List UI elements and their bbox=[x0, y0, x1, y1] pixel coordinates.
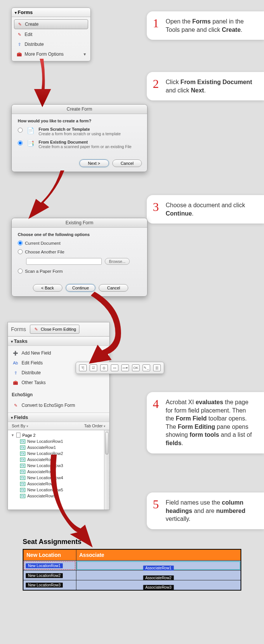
scrollbar-thumb[interactable] bbox=[105, 432, 109, 455]
scrollbar[interactable] bbox=[104, 430, 109, 510]
field-new-location-2[interactable]: New LocationRow2 bbox=[26, 573, 63, 578]
scratch-icon: 📄 bbox=[26, 127, 36, 134]
step-number: 4 bbox=[153, 396, 159, 412]
field-tree-item[interactable]: TXNew LocationRow5 bbox=[19, 487, 109, 493]
toolbox-icon: 🧰 bbox=[16, 51, 22, 57]
browse-button[interactable]: Browse... bbox=[105, 258, 130, 265]
step-number: 1 bbox=[153, 15, 159, 31]
task-add-new-field[interactable]: ➕Add New Field bbox=[9, 348, 108, 358]
radio-from-scratch[interactable] bbox=[18, 128, 23, 133]
button-tool-icon[interactable]: OK bbox=[132, 364, 140, 371]
next-button[interactable]: Next > bbox=[79, 159, 109, 167]
close-editing-icon: ✎ bbox=[33, 326, 39, 332]
back-button[interactable]: < Back bbox=[33, 284, 62, 292]
radio-from-existing[interactable] bbox=[18, 141, 23, 145]
distribute-icon: ⇪ bbox=[16, 41, 22, 47]
field-associate-2[interactable]: AssociateRow2 bbox=[143, 575, 174, 580]
field-tree-item[interactable]: TXAssociateRow5 bbox=[19, 493, 109, 499]
field-tree-item[interactable]: TXAssociateRow1 bbox=[19, 444, 109, 450]
cancel-button[interactable]: Cancel bbox=[99, 284, 128, 292]
create-icon: ✎ bbox=[17, 21, 23, 27]
table-row: New LocationRow3 AssociateRow3 bbox=[23, 580, 241, 590]
dialog-question: How would you like to create a form? bbox=[18, 119, 141, 123]
forms-item-create[interactable]: ✎ Create bbox=[14, 19, 88, 29]
add-field-icon: ➕ bbox=[12, 350, 19, 356]
col-new-location: New Location bbox=[23, 549, 76, 561]
file-path-input[interactable] bbox=[26, 258, 102, 265]
text-field-icon: TX bbox=[20, 464, 25, 468]
text-field-icon: TX bbox=[20, 452, 25, 456]
radio-current-document[interactable] bbox=[18, 241, 23, 245]
existing-icon: 📑 bbox=[26, 140, 36, 147]
echosign-icon: ✎ bbox=[12, 402, 19, 408]
continue-button[interactable]: Continue bbox=[66, 284, 95, 292]
tree-page-node[interactable]: ▼ Page 2 bbox=[8, 432, 109, 438]
field-tree-item[interactable]: TXNew LocationRow4 bbox=[19, 475, 109, 481]
checkbox-tool-icon[interactable]: ☑ bbox=[90, 364, 97, 371]
form-field-toolbar: T| ☑ ◎ ▭ ▭▾ OK ✎_ ||| bbox=[76, 362, 164, 374]
tree-toggle-icon[interactable]: ▼ bbox=[11, 433, 14, 437]
col-associate: Associate bbox=[76, 549, 241, 561]
sort-by-dropdown[interactable]: Sort By bbox=[12, 424, 28, 428]
field-tree-item[interactable]: TXNew LocationRow3 bbox=[19, 463, 109, 469]
text-field-icon: TX bbox=[20, 470, 25, 474]
radio-tool-icon[interactable]: ◎ bbox=[100, 364, 108, 371]
step-3-callout: 3 Choose a document and click Continue. bbox=[147, 195, 264, 224]
option-from-existing[interactable]: 📑 From Existing Document Create from a s… bbox=[18, 140, 141, 149]
step-4-callout: 4 Acrobat XI evaluates the page for form… bbox=[147, 392, 264, 453]
step-number: 2 bbox=[153, 76, 159, 92]
arrow-icon bbox=[26, 59, 57, 108]
forms-panel-header[interactable]: Forms bbox=[12, 8, 90, 17]
field-tree: ▼ Page 2 TXNew LocationRow1TXAssociateRo… bbox=[8, 430, 109, 510]
field-tree-item[interactable]: TXNew LocationRow2 bbox=[19, 450, 109, 456]
field-associate-3[interactable]: AssociateRow3 bbox=[143, 585, 174, 590]
tab-order-dropdown[interactable]: Tab Order bbox=[84, 424, 106, 428]
field-new-location-3[interactable]: New LocationRow3 bbox=[26, 583, 63, 588]
forms-item-distribute[interactable]: ⇪ Distribute bbox=[14, 40, 88, 49]
text-field-icon: TX bbox=[20, 476, 25, 480]
radio-scan-paper[interactable] bbox=[18, 269, 23, 274]
form-editing-pane: Forms ✎ Close Form Editing Tasks ➕Add Ne… bbox=[8, 322, 110, 510]
text-field-icon: TX bbox=[20, 445, 25, 450]
option-choose-another[interactable]: Choose Another File bbox=[18, 249, 141, 254]
dialog-title: Existing Form bbox=[12, 218, 147, 228]
field-new-location-1[interactable]: New LocationRow1 bbox=[26, 563, 63, 568]
field-tree-item[interactable]: TXAssociateRow3 bbox=[19, 469, 109, 475]
radio-choose-another[interactable] bbox=[18, 249, 23, 254]
field-tree-item[interactable]: TXAssociateRow2 bbox=[19, 456, 109, 463]
option-current-document[interactable]: Current Document bbox=[18, 241, 141, 245]
field-tree-item[interactable]: TXAssociateRow4 bbox=[19, 481, 109, 487]
seat-assignments: Seat Assignments New Location Associate … bbox=[23, 538, 241, 591]
text-field-tool-icon[interactable]: T| bbox=[79, 364, 87, 371]
signature-tool-icon[interactable]: ✎_ bbox=[143, 364, 150, 371]
convert-echosign[interactable]: ✎Convert to EchoSign Form bbox=[9, 400, 108, 410]
step-number: 3 bbox=[153, 199, 159, 215]
option-from-scratch[interactable]: 📄 From Scratch or Template Create a form… bbox=[18, 127, 141, 136]
table-row: New LocationRow1 AssociateRow1 bbox=[23, 561, 241, 571]
seat-title: Seat Assignments bbox=[23, 538, 241, 546]
step-1-callout: 1 Open the Forms panel in the Tools pane… bbox=[147, 11, 264, 40]
field-associate-1[interactable]: AssociateRow1 bbox=[143, 566, 174, 571]
task-other[interactable]: 🧰Other Tasks bbox=[9, 378, 108, 388]
tasks-header[interactable]: Tasks bbox=[8, 336, 109, 346]
pane-title: Forms bbox=[11, 326, 26, 332]
barcode-tool-icon[interactable]: ||| bbox=[153, 364, 161, 371]
forms-item-edit[interactable]: ✎ Edit bbox=[14, 30, 88, 39]
distribute-icon: ⇪ bbox=[12, 370, 19, 376]
dropdown-tool-icon[interactable]: ▭▾ bbox=[121, 364, 129, 371]
text-field-icon: TX bbox=[20, 439, 25, 444]
dialog-title: Create Form bbox=[12, 105, 147, 114]
fields-header[interactable]: Fields bbox=[8, 413, 109, 422]
seat-table: New Location Associate New LocationRow1 … bbox=[23, 549, 241, 591]
create-form-dialog: Create Form How would you like to create… bbox=[11, 104, 148, 172]
edit-icon: ✎ bbox=[16, 31, 22, 38]
option-scan-paper[interactable]: Scan a Paper Form bbox=[18, 269, 141, 274]
text-field-icon: TX bbox=[20, 494, 25, 498]
listbox-tool-icon[interactable]: ▭ bbox=[111, 364, 118, 371]
edit-fields-icon: Ab bbox=[12, 360, 19, 366]
close-form-editing-button[interactable]: ✎ Close Form Editing bbox=[30, 325, 80, 334]
field-tree-item[interactable]: TXNew LocationRow1 bbox=[19, 438, 109, 444]
cancel-button[interactable]: Cancel bbox=[112, 159, 142, 167]
forms-item-more-options[interactable]: 🧰 More Form Options ▾ bbox=[14, 50, 88, 59]
existing-form-dialog: Existing Form Choose one of the followin… bbox=[11, 218, 148, 297]
